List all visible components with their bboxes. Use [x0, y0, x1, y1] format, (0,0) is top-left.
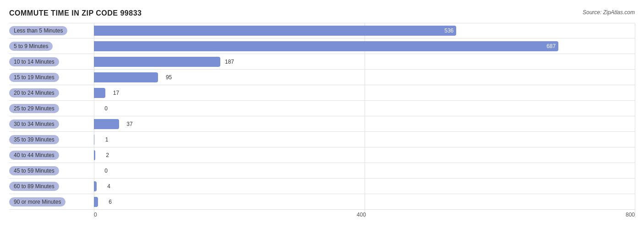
- bar-fill: 6: [94, 197, 98, 207]
- bar-label: 90 or more Minutes: [9, 197, 94, 206]
- bar-value: 2: [106, 152, 109, 158]
- x-label-400: 400: [357, 212, 366, 218]
- bar-fill: 2: [94, 150, 95, 160]
- bar-track: 95: [94, 70, 635, 85]
- bar-fill: 687: [94, 41, 558, 51]
- bar-value: 536: [444, 27, 453, 34]
- bar-row: 20 to 24 Minutes17: [9, 85, 635, 101]
- chart-title: COMMUTE TIME IN ZIP CODE 99833: [9, 9, 142, 17]
- bar-label: 30 to 34 Minutes: [9, 120, 94, 129]
- bar-track: 17: [94, 85, 635, 100]
- bar-label: 10 to 14 Minutes: [9, 57, 94, 66]
- bar-value: 37: [126, 121, 132, 127]
- bar-row: 5 to 9 Minutes687: [9, 38, 635, 54]
- bar-label-text: 90 or more Minutes: [9, 197, 65, 206]
- bar-fill: 536: [94, 26, 456, 36]
- bar-label-text: 30 to 34 Minutes: [9, 120, 59, 129]
- bar-label-text: 15 to 19 Minutes: [9, 73, 59, 82]
- bar-label-text: Less than 5 Minutes: [9, 26, 67, 35]
- bar-value: 95: [166, 74, 172, 81]
- bar-row: 25 to 29 Minutes0: [9, 101, 635, 116]
- bar-label: 5 to 9 Minutes: [9, 42, 94, 51]
- bar-track: 4: [94, 179, 635, 194]
- bar-label: 40 to 44 Minutes: [9, 151, 94, 160]
- x-axis: 0 400 800: [94, 212, 635, 218]
- bar-fill: 187: [94, 57, 220, 67]
- bar-label-text: 5 to 9 Minutes: [9, 42, 53, 51]
- bar-label: 60 to 89 Minutes: [9, 182, 94, 191]
- bar-label-text: 20 to 24 Minutes: [9, 88, 59, 98]
- bar-fill: 4: [94, 181, 97, 191]
- bar-track: 1: [94, 132, 635, 147]
- bar-fill: 37: [94, 119, 119, 129]
- bar-value: 17: [113, 90, 119, 96]
- bar-label: 35 to 39 Minutes: [9, 135, 94, 144]
- bar-value: 1: [105, 136, 109, 143]
- bar-label: 25 to 29 Minutes: [9, 104, 94, 113]
- bar-value: 6: [109, 199, 112, 205]
- bar-label-text: 35 to 39 Minutes: [9, 135, 59, 144]
- bar-label: Less than 5 Minutes: [9, 26, 94, 35]
- bar-label-text: 45 to 59 Minutes: [9, 166, 59, 175]
- bar-label: 15 to 19 Minutes: [9, 73, 94, 82]
- bar-track: 6: [94, 194, 635, 209]
- bar-fill: 17: [94, 88, 105, 98]
- bar-label: 45 to 59 Minutes: [9, 166, 94, 175]
- chart-container: COMMUTE TIME IN ZIP CODE 99833 Source: Z…: [5, 5, 639, 232]
- bar-row: 60 to 89 Minutes4: [9, 179, 635, 194]
- bar-row: 15 to 19 Minutes95: [9, 70, 635, 85]
- bar-label-text: 25 to 29 Minutes: [9, 104, 59, 113]
- bar-fill: 95: [94, 72, 158, 82]
- bars-container: Less than 5 Minutes5365 to 9 Minutes6871…: [9, 23, 635, 210]
- bar-track: 687: [94, 38, 635, 54]
- bar-row: 40 to 44 Minutes2: [9, 147, 635, 163]
- chart-header: COMMUTE TIME IN ZIP CODE 99833 Source: Z…: [9, 9, 635, 17]
- x-axis-labels: 0 400 800: [94, 212, 635, 218]
- bar-track: 0: [94, 163, 635, 178]
- bar-value: 4: [107, 183, 110, 190]
- bar-fill: 1: [94, 135, 94, 145]
- x-label-800: 800: [626, 212, 635, 218]
- bar-label-text: 10 to 14 Minutes: [9, 57, 59, 66]
- chart-source: Source: ZipAtlas.com: [583, 9, 635, 16]
- bar-value: 187: [225, 59, 234, 65]
- bar-label: 20 to 24 Minutes: [9, 88, 94, 98]
- bar-track: 2: [94, 147, 635, 163]
- bar-row: 35 to 39 Minutes1: [9, 132, 635, 147]
- bar-row: 45 to 59 Minutes0: [9, 163, 635, 179]
- bar-value: 687: [546, 43, 556, 49]
- bar-row: 90 or more Minutes6: [9, 194, 635, 210]
- bar-label-text: 40 to 44 Minutes: [9, 151, 59, 160]
- x-label-0: 0: [94, 212, 97, 218]
- bar-track: 187: [94, 54, 635, 69]
- bar-value: 0: [104, 105, 108, 112]
- bar-row: 30 to 34 Minutes37: [9, 116, 635, 132]
- bar-track: 536: [94, 23, 635, 38]
- bar-label-text: 60 to 89 Minutes: [9, 182, 59, 191]
- bar-track: 0: [94, 101, 635, 116]
- chart-area: Less than 5 Minutes5365 to 9 Minutes6871…: [9, 23, 635, 218]
- bar-row: 10 to 14 Minutes187: [9, 54, 635, 70]
- bar-row: Less than 5 Minutes536: [9, 23, 635, 38]
- bar-track: 37: [94, 116, 635, 131]
- bar-value: 0: [104, 168, 108, 174]
